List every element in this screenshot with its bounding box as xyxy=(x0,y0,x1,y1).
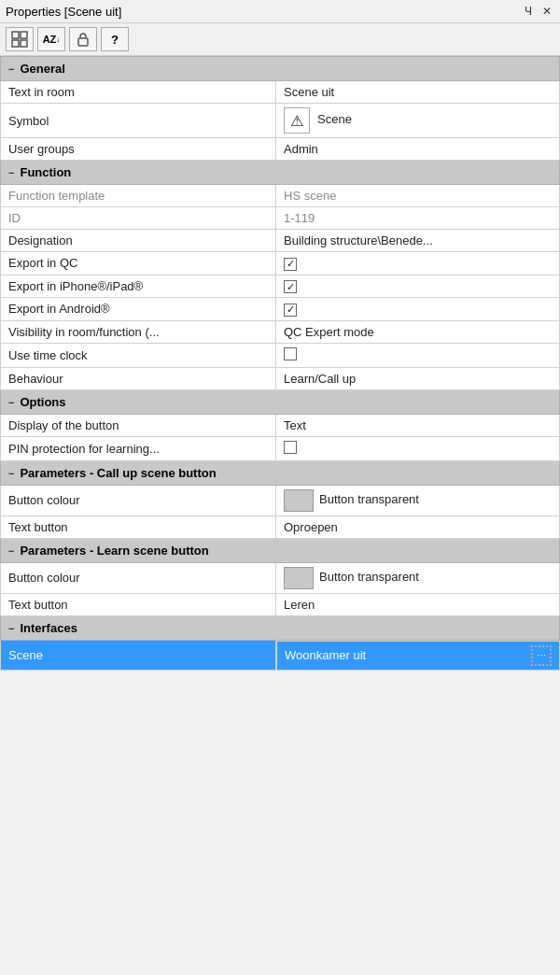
dotted-button-scene-interface[interactable]: ⋯ xyxy=(531,645,552,666)
row-call-text-button: Text buttonOproepen xyxy=(1,516,560,538)
label-export-qc: Export in QC xyxy=(1,252,276,276)
row-id: ID1-119 xyxy=(1,207,560,230)
label-user-groups: User groups xyxy=(1,138,276,161)
label-function-template: Function template xyxy=(1,185,276,207)
label-export-android: Export in Android® xyxy=(1,298,276,321)
row-text-in-room: Text in roomScene uit xyxy=(1,81,560,104)
label-learn-button-colour: Button colour xyxy=(1,562,276,593)
toolbar-button-lock[interactable] xyxy=(69,27,97,51)
toolbar-button-sort[interactable]: AZ↓ xyxy=(37,27,65,51)
row-export-android: Export in Android®✓ xyxy=(1,298,560,321)
pin-button[interactable]: Ч xyxy=(521,4,536,19)
value-pin-protection[interactable] xyxy=(276,436,560,460)
label-learn-text-button: Text button xyxy=(1,593,276,615)
checkbox-export-android[interactable]: ✓ xyxy=(284,304,297,317)
section-header-parameters-learn: −Parameters - Learn scene button xyxy=(1,538,560,562)
value-export-android[interactable]: ✓ xyxy=(276,298,560,321)
label-call-text-button: Text button xyxy=(1,516,276,538)
label-symbol: Symbol xyxy=(1,104,276,138)
row-symbol: Symbol⚠Scene xyxy=(1,104,560,138)
label-export-iphone: Export in iPhone®/iPad® xyxy=(1,275,276,298)
label-scene-interface: Scene xyxy=(1,640,276,671)
value-behaviour: Learn/Call up xyxy=(276,367,560,389)
row-export-iphone: Export in iPhone®/iPad®✓ xyxy=(1,275,560,298)
value-export-iphone[interactable]: ✓ xyxy=(276,275,560,298)
collapse-icon-interfaces[interactable]: − xyxy=(8,623,14,634)
row-behaviour: BehaviourLearn/Call up xyxy=(1,367,560,389)
value-use-time-clock[interactable] xyxy=(276,343,560,367)
row-scene-interface: SceneWoonkamer uit⋯ xyxy=(1,640,560,671)
checkbox-export-iphone[interactable]: ✓ xyxy=(284,280,297,293)
value-text-in-room: Scene uit xyxy=(276,81,560,104)
row-user-groups: User groupsAdmin xyxy=(1,138,560,161)
section-header-general: −General xyxy=(1,57,560,81)
svg-rect-0 xyxy=(12,32,19,38)
value-export-qc[interactable]: ✓ xyxy=(276,252,560,276)
section-header-options: −Options xyxy=(1,389,560,414)
svg-rect-1 xyxy=(21,32,27,38)
row-learn-text-button: Text buttonLeren xyxy=(1,593,560,615)
value-id: 1-119 xyxy=(276,207,560,230)
row-call-button-colour: Button colourButton transparent xyxy=(1,485,560,516)
colour-label-call-button-colour: Button transparent xyxy=(319,492,419,506)
checkbox-use-time-clock[interactable] xyxy=(284,347,297,360)
value-learn-button-colour: Button transparent xyxy=(276,562,560,593)
row-export-qc: Export in QC✓ xyxy=(1,252,560,276)
colour-swatch-call-button-colour[interactable] xyxy=(284,489,314,512)
value-visibility: QC Expert mode xyxy=(276,320,560,343)
properties-table: −GeneralText in roomScene uitSymbol⚠Scen… xyxy=(0,56,560,671)
value-designation: Building structure\Benede... xyxy=(276,230,560,252)
svg-rect-4 xyxy=(78,38,88,46)
label-pin-protection: PIN protection for learning... xyxy=(1,436,276,460)
symbol-icon: ⚠ xyxy=(284,107,310,134)
row-pin-protection: PIN protection for learning... xyxy=(1,436,560,460)
checkbox-export-qc[interactable]: ✓ xyxy=(284,258,297,271)
section-header-function: −Function xyxy=(1,161,560,185)
section-header-parameters-call: −Parameters - Call up scene button xyxy=(1,460,560,485)
value-symbol: ⚠Scene xyxy=(276,104,560,138)
value-scene-interface: Woonkamer uit⋯ xyxy=(276,641,560,671)
toolbar-button-grid[interactable] xyxy=(6,27,34,51)
collapse-icon-function[interactable]: − xyxy=(8,167,14,178)
value-call-button-colour: Button transparent xyxy=(276,485,560,516)
label-id: ID xyxy=(1,207,276,230)
row-use-time-clock: Use time clock xyxy=(1,343,560,367)
value-function-template: HS scene xyxy=(276,185,560,207)
value-user-groups: Admin xyxy=(276,138,560,161)
checkbox-pin-protection[interactable] xyxy=(284,441,297,454)
label-text-in-room: Text in room xyxy=(1,81,276,104)
colour-label-learn-button-colour: Button transparent xyxy=(319,570,419,584)
row-designation: DesignationBuilding structure\Benede... xyxy=(1,230,560,252)
value-display-button: Text xyxy=(276,414,560,436)
label-call-button-colour: Button colour xyxy=(1,485,276,516)
window-title: Properties [Scene uit] xyxy=(6,5,121,19)
row-learn-button-colour: Button colourButton transparent xyxy=(1,562,560,593)
collapse-icon-parameters-learn[interactable]: − xyxy=(8,545,14,557)
symbol-label: Scene xyxy=(317,112,352,126)
colour-swatch-learn-button-colour[interactable] xyxy=(284,567,314,589)
label-designation: Designation xyxy=(1,230,276,252)
toolbar: AZ↓ ? xyxy=(0,23,560,56)
label-use-time-clock: Use time clock xyxy=(1,343,276,367)
value-learn-text-button: Leren xyxy=(276,593,560,615)
toolbar-button-help[interactable]: ? xyxy=(101,27,129,51)
svg-rect-3 xyxy=(21,40,27,47)
value-call-text-button: Oproepen xyxy=(276,516,560,538)
close-button[interactable]: ✕ xyxy=(539,4,554,19)
collapse-icon-options[interactable]: − xyxy=(8,397,14,408)
title-bar-buttons: Ч ✕ xyxy=(521,4,554,19)
svg-rect-2 xyxy=(12,40,19,47)
label-behaviour: Behaviour xyxy=(1,367,276,389)
row-display-button: Display of the buttonText xyxy=(1,414,560,436)
collapse-icon-general[interactable]: − xyxy=(8,64,14,75)
collapse-icon-parameters-call[interactable]: − xyxy=(8,468,14,479)
section-header-interfaces: −Interfaces xyxy=(1,615,560,640)
interface-value-scene-interface: Woonkamer uit xyxy=(285,648,366,662)
title-bar: Properties [Scene uit] Ч ✕ xyxy=(0,0,560,23)
label-display-button: Display of the button xyxy=(1,414,276,436)
row-function-template: Function templateHS scene xyxy=(1,185,560,207)
label-visibility: Visibility in room/function (... xyxy=(1,320,276,343)
row-visibility: Visibility in room/function (...QC Exper… xyxy=(1,320,560,343)
